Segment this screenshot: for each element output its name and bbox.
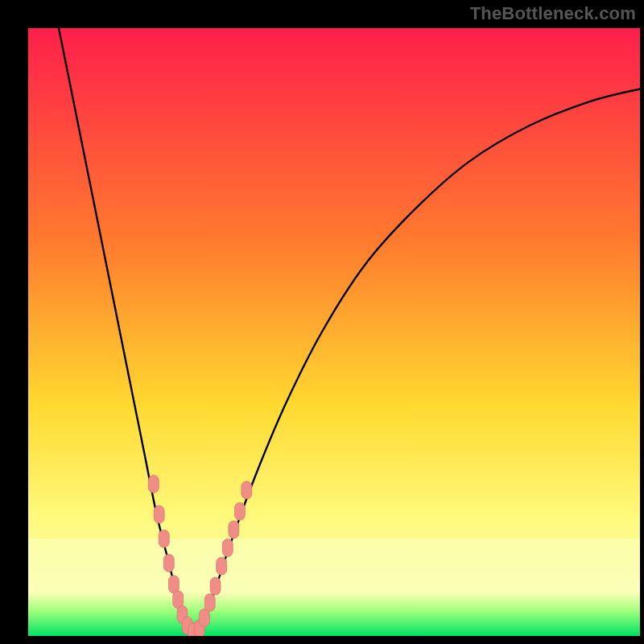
marker-point [204,593,215,611]
pale-highlight-band [28,539,640,593]
marker-point [159,530,169,547]
marker-point [210,577,221,595]
chart-frame: TheBottleneck.com [0,0,644,644]
marker-point [222,539,233,557]
watermark-text: TheBottleneck.com [470,3,636,24]
marker-point [217,557,227,575]
chart-svg [28,28,640,636]
marker-point [154,506,164,523]
marker-point [199,609,209,626]
marker-point [242,481,252,499]
marker-point [234,502,245,520]
marker-point [229,521,239,539]
marker-point [148,475,159,493]
plot-area [28,28,640,636]
marker-point [163,554,174,572]
